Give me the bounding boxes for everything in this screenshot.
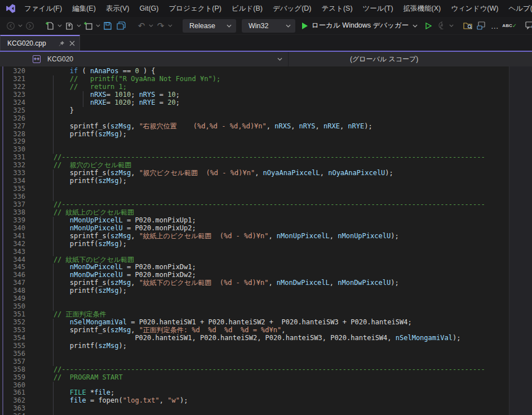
line-number-gutter[interactable]: 335 <box>0 185 25 193</box>
line-number-gutter[interactable]: 360 <box>0 382 25 390</box>
code-text[interactable]: nRXS= 1010; nRYS = 10; <box>37 91 180 99</box>
code-editor[interactable]: 320 if ( nAnaPos == 0 ) {321 // printf("… <box>0 66 532 415</box>
line-number-gutter[interactable]: 343 <box>0 248 25 256</box>
line-number-gutter[interactable]: 327 <box>0 123 25 131</box>
code-text[interactable]: nSelMongamiVal = P020.hanteiSW1 + P020.h… <box>37 319 412 327</box>
code-text[interactable]: sprintf_s(szMsg, "正面判定条件: %d %d %d %d = … <box>37 327 285 334</box>
close-tab-icon[interactable] <box>69 41 75 46</box>
line-number-gutter[interactable]: 334 <box>0 177 25 185</box>
pin-tab-icon[interactable] <box>59 41 65 47</box>
line-number-gutter[interactable]: 355 <box>0 342 25 350</box>
open-file-dropdown-icon[interactable] <box>77 19 81 33</box>
line-number-gutter[interactable]: 329 <box>0 138 25 146</box>
line-number-gutter[interactable]: 325 <box>0 107 25 115</box>
menu-item-9[interactable]: 拡張機能(X) <box>398 0 446 17</box>
line-number-gutter[interactable]: 353 <box>0 327 25 334</box>
spell-checker-button[interactable]: ABC ✓ <box>503 19 516 33</box>
code-text[interactable]: sprintf_s(szMsg, "右親穴位置 (%d,%d - %d,%d)¥… <box>37 123 373 131</box>
line-number-gutter[interactable]: 328 <box>0 131 25 139</box>
line-number-gutter[interactable]: 358 <box>0 366 25 374</box>
line-number-gutter[interactable]: 330 <box>0 146 25 154</box>
line-number-gutter[interactable]: 346 <box>0 271 25 279</box>
undo-dropdown-icon[interactable] <box>149 19 153 33</box>
tab-kcg020-cpp[interactable]: KCG020.cpp <box>0 35 80 51</box>
code-text[interactable]: nRXE= 1020; nRYE = 20; <box>37 99 180 107</box>
code-text[interactable]: sprintf_s(szMsg, "紋紙下のピクセル範囲 (%d - %d)¥n… <box>37 279 399 287</box>
line-number-gutter[interactable]: 364 <box>0 413 25 415</box>
line-number-gutter[interactable]: 323 <box>0 91 25 99</box>
start-without-debugging-button[interactable] <box>422 19 435 33</box>
find-in-files-button[interactable] <box>462 19 474 33</box>
code-text[interactable]: sprintf_s(szMsg, "親穴ピクセル範囲 (%d - %d)¥n",… <box>37 169 393 177</box>
line-number-gutter[interactable]: 322 <box>0 83 25 91</box>
code-text[interactable]: sprintf_s(szMsg, "紋紙上のピクセル範囲 (%d - %d)¥n… <box>37 233 399 240</box>
redo-dropdown-icon[interactable] <box>168 19 172 33</box>
menu-item-5[interactable]: ビルド(B) <box>227 0 268 17</box>
line-number-gutter[interactable]: 340 <box>0 225 25 233</box>
window-layout-button[interactable] <box>475 19 487 33</box>
code-text[interactable]: printf(szMsg); <box>37 240 127 248</box>
save-button[interactable] <box>101 19 114 33</box>
redo-button[interactable]: ↷ <box>154 19 167 33</box>
line-number-gutter[interactable]: 350 <box>0 303 25 311</box>
line-number-gutter[interactable]: 344 <box>0 256 25 264</box>
code-text[interactable]: // return 1; <box>37 83 127 91</box>
menu-item-6[interactable]: デバッグ(D) <box>268 0 317 17</box>
navigate-back-dropdown-icon[interactable] <box>18 19 23 33</box>
line-number-gutter[interactable]: 338 <box>0 209 25 217</box>
navigate-back-button[interactable] <box>5 19 17 33</box>
code-text[interactable]: } <box>37 107 74 115</box>
code-text[interactable]: //--------------------------------------… <box>37 201 485 209</box>
menu-item-8[interactable]: ツール(T) <box>358 0 398 17</box>
start-debugging-button[interactable]: ローカル Windows デバッガー <box>299 19 421 33</box>
solution-configuration-dropdown[interactable]: Release <box>183 19 236 33</box>
menu-item-7[interactable]: テスト(S) <box>317 0 358 17</box>
line-number-gutter[interactable]: 331 <box>0 154 25 162</box>
line-number-gutter[interactable]: 348 <box>0 287 25 295</box>
code-text[interactable]: printf(szMsg); <box>37 131 127 139</box>
solution-platform-dropdown[interactable]: Win32 <box>242 19 295 33</box>
save-all-button[interactable] <box>115 19 127 33</box>
add-item-dropdown-icon[interactable] <box>96 19 100 33</box>
code-text[interactable]: FILE *file; <box>37 389 114 397</box>
code-text[interactable]: printf(szMsg); <box>37 342 127 350</box>
new-file-dropdown-icon[interactable] <box>57 19 62 33</box>
add-item-button[interactable] <box>82 19 95 33</box>
line-number-gutter[interactable]: 332 <box>0 162 25 169</box>
line-number-gutter[interactable]: 349 <box>0 295 25 303</box>
line-number-gutter[interactable]: 363 <box>0 405 25 413</box>
line-number-gutter[interactable]: 361 <box>0 389 25 397</box>
code-text[interactable]: // 紋紙上のピクセル範囲 <box>37 209 134 217</box>
line-number-gutter[interactable]: 333 <box>0 169 25 177</box>
line-number-gutter[interactable]: 326 <box>0 115 25 123</box>
line-number-gutter[interactable]: 351 <box>0 311 25 319</box>
hot-reload-dropdown-icon[interactable] <box>449 19 454 33</box>
code-text[interactable]: nMonUpPixcelU = P020.monPixUp2; <box>37 225 196 233</box>
navigate-forward-button[interactable] <box>24 19 36 33</box>
code-text[interactable]: // PROGRAM START <box>37 374 123 382</box>
toolbar-overflow-button[interactable]: … <box>489 19 501 33</box>
menu-item-11[interactable]: ヘルプ(H) <box>503 0 532 17</box>
code-text[interactable]: //--------------------------------------… <box>37 154 485 162</box>
line-number-gutter[interactable]: 356 <box>0 350 25 358</box>
code-text[interactable]: nMonUpPixcelL = P020.monPixUp1; <box>37 217 196 225</box>
line-number-gutter[interactable]: 357 <box>0 358 25 366</box>
line-number-gutter[interactable]: 354 <box>0 334 25 342</box>
line-number-gutter[interactable]: 347 <box>0 279 25 287</box>
line-number-gutter[interactable]: 336 <box>0 193 25 201</box>
vertical-scrollbar[interactable] <box>509 66 532 415</box>
menu-item-3[interactable]: Git(G) <box>134 0 163 17</box>
line-number-gutter[interactable]: 341 <box>0 233 25 240</box>
scope-dropdown[interactable]: (グローバル スコープ) <box>289 52 532 66</box>
line-number-gutter[interactable]: 342 <box>0 240 25 248</box>
code-text[interactable]: nMonDwPixcelL = P020.monPixDw1; <box>37 264 196 271</box>
line-number-gutter[interactable]: 337 <box>0 201 25 209</box>
line-number-gutter[interactable]: 352 <box>0 319 25 327</box>
menu-item-2[interactable]: 表示(V) <box>101 0 135 17</box>
code-text[interactable]: P020.hanteiSW1, P020.hanteiSW2, P020.han… <box>37 334 460 342</box>
code-text[interactable]: //--------------------------------------… <box>37 366 485 374</box>
line-number-gutter[interactable]: 359 <box>0 374 25 382</box>
line-number-gutter[interactable]: 345 <box>0 264 25 271</box>
undo-button[interactable]: ↶ <box>135 19 148 33</box>
code-text[interactable]: // printf("R OyaAna Not Found ¥n"); <box>37 75 220 83</box>
